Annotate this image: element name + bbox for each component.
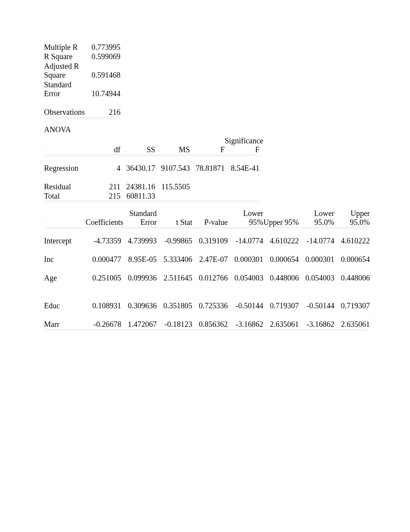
anova-table: df SS MS F Significance F Regression 4 3… (44, 136, 387, 201)
coef-cell: -3.16862 (228, 320, 263, 329)
coef-cell: -0.26678 (86, 320, 121, 329)
anova-cell: 78.81871 (190, 164, 225, 173)
stat-label: Standard Error (44, 80, 86, 98)
coef-cell: 0.319109 (192, 236, 228, 245)
coef-header: Lower 95% (228, 209, 263, 227)
coef-cell: 0.309636 (121, 301, 157, 310)
coef-cell: -0.50144 (299, 301, 334, 310)
stat-label: Adjusted R Square (44, 62, 86, 80)
coef-row-label: Marr (44, 320, 86, 329)
coef-cell: 0.000301 (299, 255, 334, 264)
anova-header: F (190, 145, 225, 154)
coef-header: Upper 95% (263, 218, 299, 227)
coef-cell: -0.50144 (228, 301, 263, 310)
stat-label: R Square (44, 52, 86, 61)
coef-header: t Stat (157, 218, 192, 227)
anova-header: SS (120, 145, 155, 154)
stat-value: 216 (86, 108, 120, 117)
coef-cell: 0.054003 (228, 274, 263, 282)
coef-row-label: Age (44, 274, 86, 282)
anova-cell: 9107.543 (155, 164, 190, 173)
coef-cell: 2.635061 (334, 320, 370, 329)
coef-cell: 0.719307 (263, 301, 299, 310)
regression-statistics-block: Multiple R 0.773995 R Square 0.599069 Ad… (44, 42, 387, 117)
coef-cell: 0.012766 (192, 274, 228, 282)
stat-value: 0.591468 (86, 71, 120, 80)
anova-cell: 211 (86, 182, 120, 191)
coef-cell: -14.0774 (228, 236, 263, 245)
coef-row-label: Intercept (44, 236, 86, 245)
coef-cell: 0.000654 (334, 255, 370, 264)
anova-row-label: Residual (44, 182, 86, 191)
coef-cell: -0.18123 (157, 320, 192, 329)
stat-value: 0.599069 (86, 52, 120, 61)
coef-cell: 0.000654 (263, 255, 299, 264)
coef-cell: 2.47E-07 (192, 255, 228, 264)
coef-cell: 1.472067 (121, 320, 157, 329)
anova-cell: 115.5505 (155, 182, 190, 191)
coef-row-label: Educ (44, 301, 86, 310)
coef-cell: 0.725336 (192, 301, 228, 310)
regression-output: Multiple R 0.773995 R Square 0.599069 Ad… (0, 0, 410, 344)
anova-cell: 24381.16 (120, 182, 155, 191)
anova-row-label: Total (44, 192, 86, 201)
coef-cell: -4.73359 (86, 236, 121, 245)
coef-header: Coefficients (86, 218, 121, 227)
coef-cell: 0.251005 (86, 274, 121, 282)
coef-header: P-value (192, 218, 228, 227)
coef-cell: 4.610222 (334, 236, 370, 245)
coef-cell: 0.054003 (299, 274, 334, 282)
coef-cell: 8.95E-05 (121, 255, 157, 264)
anova-title: ANOVA (44, 125, 387, 134)
coef-cell: -0.99865 (157, 236, 192, 245)
anova-cell: 36430.17 (120, 164, 155, 173)
coef-cell: 0.099936 (121, 274, 157, 282)
coef-cell: 0.000477 (86, 255, 121, 264)
coef-cell: 0.448006 (263, 274, 299, 282)
coef-cell: 0.000301 (228, 255, 263, 264)
stat-label: Multiple R (44, 43, 86, 52)
coef-row-label: Inc (44, 255, 86, 264)
coef-cell: 0.719307 (334, 301, 370, 310)
stat-value: 0.773995 (86, 43, 120, 52)
coef-cell: -14.0774 (299, 236, 334, 245)
anova-header: Significance F (225, 136, 259, 154)
anova-cell: 215 (86, 192, 120, 201)
coef-cell: 0.351805 (157, 301, 192, 310)
coef-header: Standard Error (121, 209, 157, 227)
anova-header: df (86, 145, 120, 154)
coef-cell: 4.739993 (121, 236, 157, 245)
anova-cell: 60811.33 (120, 192, 155, 201)
coef-header: Lower 95.0% (299, 209, 334, 227)
coef-header: Upper 95.0% (334, 209, 370, 227)
anova-cell: 8.54E-41 (225, 164, 259, 173)
stat-label: Observations (44, 108, 86, 117)
coefficients-table: Coefficients Standard Error t Stat P-val… (44, 201, 387, 329)
coef-cell: 0.856362 (192, 320, 228, 329)
coef-cell: 2.635061 (263, 320, 299, 329)
stat-value: 10.74944 (86, 89, 120, 98)
coef-cell: 2.511645 (157, 274, 192, 282)
anova-header: MS (155, 145, 190, 154)
coef-cell: 0.448006 (334, 274, 370, 282)
coef-cell: 0.108931 (86, 301, 121, 310)
anova-row-label: Regression (44, 164, 86, 173)
anova-cell: 4 (86, 164, 120, 173)
coef-cell: 4.610222 (263, 236, 299, 245)
coef-cell: 5.333406 (157, 255, 192, 264)
coef-cell: -3.16862 (299, 320, 334, 329)
